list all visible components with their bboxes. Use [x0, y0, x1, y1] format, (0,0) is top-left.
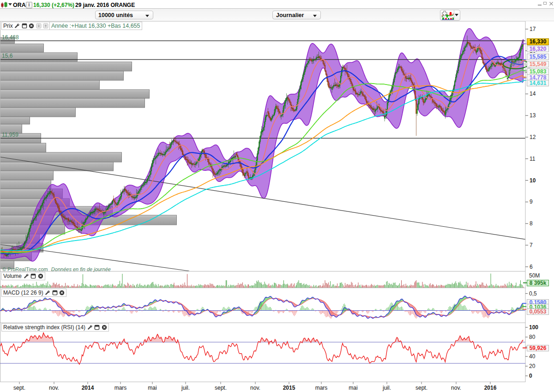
- svg-text:2016: 2016: [484, 385, 497, 391]
- svg-text:10: 10: [530, 177, 536, 184]
- svg-text:nov.: nov.: [49, 385, 59, 391]
- svg-text:80: 80: [529, 334, 536, 340]
- svg-text:15,6: 15,6: [2, 53, 13, 59]
- svg-text:7: 7: [530, 242, 533, 248]
- svg-text:nov.: nov.: [451, 385, 461, 391]
- svg-text:0,5: 0,5: [529, 290, 537, 297]
- svg-text:50M: 50M: [529, 272, 540, 279]
- svg-text:12: 12: [530, 134, 536, 140]
- svg-text:nov.: nov.: [250, 385, 260, 391]
- svg-text:8: 8: [530, 220, 533, 227]
- svg-text:2014: 2014: [82, 385, 94, 391]
- svg-text:sept.: sept.: [215, 385, 227, 391]
- svg-text:sept.: sept.: [13, 385, 25, 391]
- svg-text:mai: mai: [148, 385, 157, 391]
- svg-text:11: 11: [530, 156, 536, 162]
- svg-text:40: 40: [529, 353, 536, 360]
- svg-text:mars: mars: [114, 385, 127, 391]
- svg-text:16,468: 16,468: [2, 34, 19, 41]
- svg-text:13: 13: [530, 112, 536, 119]
- svg-text:juil.: juil.: [181, 385, 190, 391]
- svg-text:2015: 2015: [283, 385, 295, 391]
- svg-text:mai: mai: [349, 385, 357, 391]
- svg-text:mars: mars: [315, 385, 328, 391]
- svg-text:juil.: juil.: [382, 385, 391, 391]
- svg-text:17: 17: [530, 26, 536, 32]
- svg-text:0: 0: [529, 373, 532, 379]
- svg-text:11,959: 11,959: [2, 132, 18, 138]
- svg-text:sept.: sept.: [416, 385, 428, 391]
- svg-text:9: 9: [530, 199, 533, 205]
- svg-text:14: 14: [530, 90, 536, 97]
- svg-text:100: 100: [529, 324, 538, 331]
- svg-text:6: 6: [530, 264, 533, 270]
- svg-text:20: 20: [529, 363, 536, 369]
